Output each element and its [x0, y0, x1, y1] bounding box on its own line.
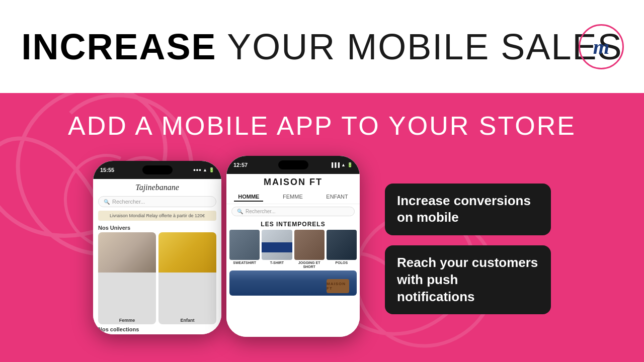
phone1-collections-title: Nos collections — [93, 324, 221, 334]
product-grid: SWEATSHIRT T-SHIRT — [226, 230, 360, 268]
features-area: Increase conversions on mobile Reach you… — [385, 184, 551, 315]
phone-left: 15:55 ●●● ▲ 🔋 Tajinebanane 🔍 — [93, 161, 221, 334]
sweatshirt-label: SWEATSHIRT — [233, 261, 256, 265]
product-jogging: JOGGING ET SHORT — [294, 230, 325, 268]
content-row: 15:55 ●●● ▲ 🔋 Tajinebanane 🔍 — [0, 156, 644, 337]
phone2-brand: MAISON FT — [226, 177, 360, 188]
feature-text-1: Increase conversions on mobile — [397, 193, 531, 225]
main-content: ADD A MOBILE APP TO YOUR STORE 15:55 ●●●… — [0, 93, 644, 362]
phone-right: 12:57 ▐▐▐ ▲ 🔋 MAISON FT — [226, 156, 360, 337]
search-icon: 🔍 — [104, 199, 110, 205]
phone2-header: MAISON FT — [226, 174, 360, 191]
phone1-notch — [142, 165, 173, 174]
tshirt-img — [262, 230, 292, 260]
jogging-img — [294, 230, 325, 260]
logo-letter: m — [593, 35, 610, 59]
phone1-status-bar: 15:55 ●●● ▲ 🔋 — [93, 161, 221, 179]
logo-circle: m — [579, 24, 624, 69]
phone1-status-icons: ●●● ▲ 🔋 — [193, 167, 214, 172]
jogging-label: JOGGING ET SHORT — [294, 261, 325, 268]
tshirt-label: T-SHIRT — [270, 261, 284, 265]
jeans-preview: MAISON FT — [229, 270, 357, 296]
tshirt-stripe — [262, 242, 292, 252]
phone1-content: Tajinebanane 🔍 Rechercher... Livraison M… — [93, 179, 221, 334]
phone2-status-icons: ▐▐▐ ▲ 🔋 — [330, 162, 353, 167]
phone2-search-text: Rechercher... — [246, 209, 275, 214]
header-title-plain: YOUR MOBILE SALES — [227, 27, 622, 67]
search-icon-2: 🔍 — [237, 209, 243, 214]
header-title-bold: INCREASE — [21, 27, 216, 67]
phone1-banner: Livraison Mondial Relay offerte à partir… — [98, 211, 216, 221]
phone2-frame: 12:57 ▐▐▐ ▲ 🔋 MAISON FT — [226, 156, 360, 337]
phone1-time: 15:55 — [100, 167, 114, 173]
phones-area: 15:55 ●●● ▲ 🔋 Tajinebanane 🔍 — [93, 156, 360, 337]
product-tshirt: T-SHIRT — [262, 230, 292, 268]
cat-femme-img — [98, 232, 156, 273]
category-femme: Femme — [98, 232, 156, 324]
feature-text-2: Reach your customers with push notificat… — [397, 255, 538, 304]
cat-enfant-label: Enfant — [158, 318, 216, 323]
cat-enfant-img — [158, 232, 216, 273]
header-title: INCREASE YOUR MOBILE SALES — [21, 26, 622, 67]
tab-enfant[interactable]: ENFANT — [322, 193, 352, 202]
header: INCREASE YOUR MOBILE SALES m — [0, 0, 644, 93]
feature-pill-2: Reach your customers with push notificat… — [385, 245, 551, 314]
phone1-brand: Tajinebanane — [93, 179, 221, 194]
phone2-nav-tabs: HOMME FEMME ENFANT — [226, 191, 360, 204]
polos-label: POLOS — [336, 261, 348, 265]
polos-img — [327, 230, 357, 260]
phone2-content: MAISON FT HOMME FEMME ENFANT 🔍 Recherche… — [226, 174, 360, 337]
logo-container: m — [579, 24, 624, 69]
tab-femme[interactable]: FEMME — [279, 193, 307, 202]
phone2-status-bar: 12:57 ▐▐▐ ▲ 🔋 — [226, 156, 360, 174]
category-enfant: Enfant — [158, 232, 216, 324]
phone1-search[interactable]: 🔍 Rechercher... — [98, 196, 216, 207]
phone1-search-text: Rechercher... — [112, 199, 145, 205]
phone2-time: 12:57 — [233, 162, 248, 168]
phone1-universes-title: Nos Univers — [93, 222, 221, 232]
page-wrapper: INCREASE YOUR MOBILE SALES m ADD A MOBIL… — [0, 0, 644, 362]
sweatshirt-img — [229, 230, 260, 260]
tab-homme[interactable]: HOMME — [234, 193, 263, 202]
product-polos: POLOS — [327, 230, 357, 268]
product-sweatshirt: SWEATSHIRT — [229, 230, 260, 268]
intemporels-title: LES INTEMPORELS — [226, 219, 360, 230]
phone2-search[interactable]: 🔍 Rechercher... — [231, 207, 355, 216]
phone1-frame: 15:55 ●●● ▲ 🔋 Tajinebanane 🔍 — [93, 161, 221, 334]
cat-femme-label: Femme — [98, 318, 156, 323]
phone2-notch — [278, 160, 308, 169]
leather-text: MAISON FT — [327, 282, 349, 291]
feature-pill-1: Increase conversions on mobile — [385, 184, 551, 236]
phone1-category-grid: Femme Enfant — [93, 232, 221, 324]
leather-patch: MAISON FT — [327, 279, 349, 293]
subtitle: ADD A MOBILE APP TO YOUR STORE — [68, 111, 576, 141]
